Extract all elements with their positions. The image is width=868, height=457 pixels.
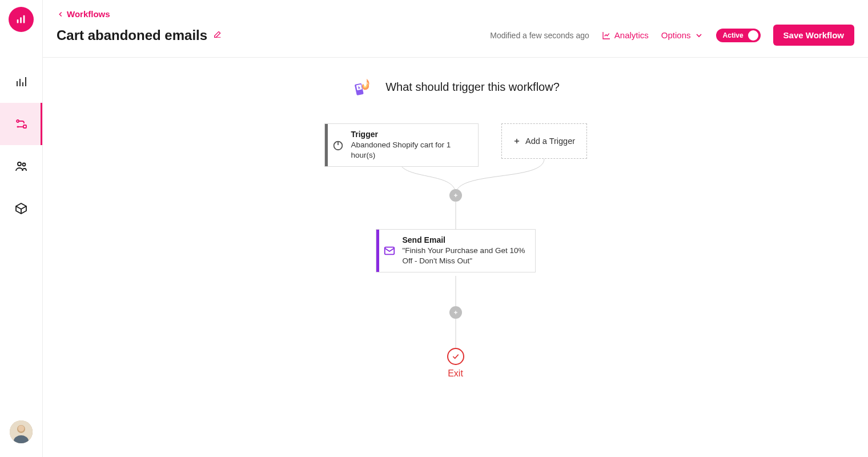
workflow-canvas[interactable]: What should trigger this workflow? Trigg… xyxy=(43,58,868,457)
toggle-label: Active xyxy=(723,31,744,39)
avatar-icon xyxy=(10,420,33,443)
connector-line xyxy=(455,319,456,348)
plus-icon xyxy=(453,310,459,315)
check-icon xyxy=(451,352,460,361)
trigger-desc: Abandoned Shopify cart for 1 hour(s) xyxy=(351,140,471,161)
modified-timestamp: Modified a few seconds ago xyxy=(490,31,589,40)
send-email-node[interactable]: Send Email "Finish Your Purchase and Get… xyxy=(376,229,536,272)
nav-inbox[interactable] xyxy=(0,187,42,230)
chart-line-icon xyxy=(602,31,611,40)
active-toggle[interactable]: Active xyxy=(716,29,761,42)
trigger-title: Trigger xyxy=(351,130,471,139)
email-title: Send Email xyxy=(403,235,528,244)
power-icon xyxy=(332,139,344,151)
breadcrumb-workflows[interactable]: Workflows xyxy=(57,9,854,19)
options-label: Options xyxy=(661,30,691,40)
exit-circle xyxy=(447,348,464,365)
sidebar xyxy=(0,0,43,457)
svg-rect-8 xyxy=(23,125,26,128)
svg-point-14 xyxy=(18,426,25,432)
main: Workflows Cart abandoned emails Modified… xyxy=(43,0,868,457)
svg-point-7 xyxy=(17,120,19,122)
save-workflow-button[interactable]: Save Workflow xyxy=(773,25,854,46)
nav-analytics[interactable] xyxy=(0,61,42,103)
svg-rect-1 xyxy=(20,17,22,23)
connector-line xyxy=(455,201,456,229)
connector-line xyxy=(455,276,456,306)
exit-label: Exit xyxy=(448,368,463,379)
add-trigger-button[interactable]: Add a Trigger xyxy=(501,123,587,159)
hero: What should trigger this workflow? xyxy=(351,75,560,99)
analytics-link[interactable]: Analytics xyxy=(602,30,649,40)
chevron-left-icon xyxy=(57,10,65,18)
bar-chart-icon xyxy=(14,75,28,89)
email-desc: "Finish Your Purchase and Get 10% Off - … xyxy=(403,246,528,266)
box-icon xyxy=(14,202,28,215)
plus-icon xyxy=(453,193,459,198)
lighter-flame-icon xyxy=(351,75,375,99)
svg-rect-0 xyxy=(17,19,19,23)
nav-people[interactable] xyxy=(0,145,42,187)
pencil-icon xyxy=(213,30,222,39)
toggle-knob xyxy=(748,30,758,41)
people-icon xyxy=(14,159,28,173)
edit-title-button[interactable] xyxy=(213,30,222,41)
breadcrumb-label: Workflows xyxy=(67,9,110,19)
add-trigger-label: Add a Trigger xyxy=(525,137,575,146)
svg-point-10 xyxy=(23,163,26,166)
options-dropdown[interactable]: Options xyxy=(661,30,704,40)
svg-point-9 xyxy=(18,162,21,166)
app-logo[interactable] xyxy=(9,7,34,32)
user-avatar[interactable] xyxy=(10,420,33,443)
hero-text: What should trigger this workflow? xyxy=(385,81,560,94)
header: Workflows Cart abandoned emails Modified… xyxy=(43,0,868,58)
page-title: Cart abandoned emails xyxy=(57,27,207,43)
workflow-icon xyxy=(14,117,28,131)
exit-node: Exit xyxy=(447,348,464,379)
bar-chart-icon xyxy=(15,13,27,26)
plus-icon xyxy=(513,137,521,145)
trigger-node[interactable]: Trigger Abandoned Shopify cart for 1 hou… xyxy=(324,123,479,167)
analytics-label: Analytics xyxy=(614,30,649,40)
add-step-button-1[interactable] xyxy=(449,189,462,202)
nav-workflows[interactable] xyxy=(0,103,42,145)
svg-rect-2 xyxy=(23,15,25,23)
chevron-down-icon xyxy=(694,31,704,40)
add-step-button-2[interactable] xyxy=(449,306,462,319)
mail-icon xyxy=(383,244,396,257)
